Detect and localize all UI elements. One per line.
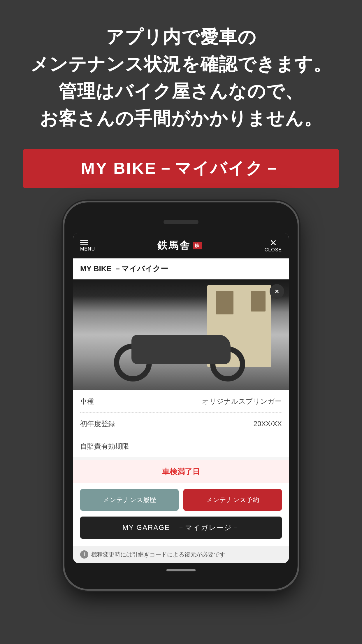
hero-section: アプリ内で愛車の メンテナンス状況を確認できます。 管理はバイク屋さんなので、 …: [0, 0, 362, 144]
bike-image-container: ×: [73, 279, 289, 390]
notice-icon: i: [80, 550, 88, 559]
close-x-icon: ✕: [270, 239, 277, 247]
notice-icon-text: i: [83, 552, 85, 558]
bike-silhouette: [108, 317, 254, 382]
my-garage-section: MY GARAGE －マイガレージ－: [73, 517, 289, 546]
hero-line1: アプリ内で愛車の: [106, 27, 256, 47]
menu-button[interactable]: MENU: [80, 240, 95, 252]
bike-info-section: 車種 オリジナルスプリンガー 初年度登録 20XX/XX 自賠責有効期限: [73, 390, 289, 457]
app-title-text: 鉄馬舎: [157, 239, 191, 252]
phone-screen: MENU 鉄馬舎 鉄 ✕ CLOSE MY BIKE －マイバイクー: [73, 233, 289, 563]
app-title: 鉄馬舎 鉄: [157, 239, 202, 252]
first-year-row: 初年度登録 20XX/XX: [80, 413, 282, 435]
inspection-alert: 車検満了日: [73, 460, 289, 483]
phone-mockup: MENU 鉄馬舎 鉄 ✕ CLOSE MY BIKE －マイバイクー: [0, 202, 362, 589]
bottom-notice: i 機種変更時には引継ぎコードによる復元が必要です: [73, 546, 289, 563]
bike-type-label: 車種: [80, 397, 94, 406]
notice-text: 機種変更時には引継ぎコードによる復元が必要です: [91, 551, 225, 559]
phone-speaker: [164, 220, 198, 224]
close-button[interactable]: ✕ CLOSE: [265, 239, 282, 253]
phone-frame: MENU 鉄馬舎 鉄 ✕ CLOSE MY BIKE －マイバイクー: [64, 202, 298, 589]
hero-line4: お客さんの手間がかかりません。: [40, 108, 323, 128]
insurance-row: 自賠責有効期限: [80, 435, 282, 457]
bike-type-value: オリジナルスプリンガー: [202, 397, 282, 406]
insurance-label: 自賠責有効期限: [80, 442, 129, 451]
title-badge: 鉄: [193, 242, 202, 249]
maintenance-history-button[interactable]: メンテナンス履歴: [80, 489, 179, 511]
page-title: MY BIKE －マイバイクー: [80, 264, 282, 274]
banner-text: MY BIKE－マイバイク－: [29, 158, 333, 180]
hamburger-icon: [80, 240, 95, 245]
image-close-button[interactable]: ×: [270, 284, 284, 299]
feature-banner: MY BIKE－マイバイク－: [23, 149, 339, 188]
close-label: CLOSE: [265, 247, 282, 253]
home-indicator: [166, 569, 196, 571]
bike-image: [73, 279, 289, 390]
inspection-text: 車検満了日: [162, 467, 200, 476]
action-buttons-row: メンテナンス履歴 メンテナンス予約: [73, 483, 289, 517]
my-garage-button[interactable]: MY GARAGE －マイガレージ－: [80, 517, 282, 539]
first-year-value: 20XX/XX: [254, 420, 282, 428]
bike-type-row: 車種 オリジナルスプリンガー: [80, 390, 282, 413]
image-close-icon: ×: [275, 287, 279, 295]
first-year-label: 初年度登録: [80, 419, 115, 428]
page-title-bar: MY BIKE －マイバイクー: [73, 258, 289, 279]
app-header: MENU 鉄馬舎 鉄 ✕ CLOSE: [73, 233, 289, 258]
menu-label: MENU: [80, 246, 95, 252]
bike-body: [131, 335, 231, 364]
hero-line3: 管理はバイク屋さんなので、: [59, 81, 304, 101]
maintenance-reserve-button[interactable]: メンテナンス予約: [183, 489, 282, 511]
hero-line2: メンテナンス状況を確認できます。: [30, 54, 332, 74]
